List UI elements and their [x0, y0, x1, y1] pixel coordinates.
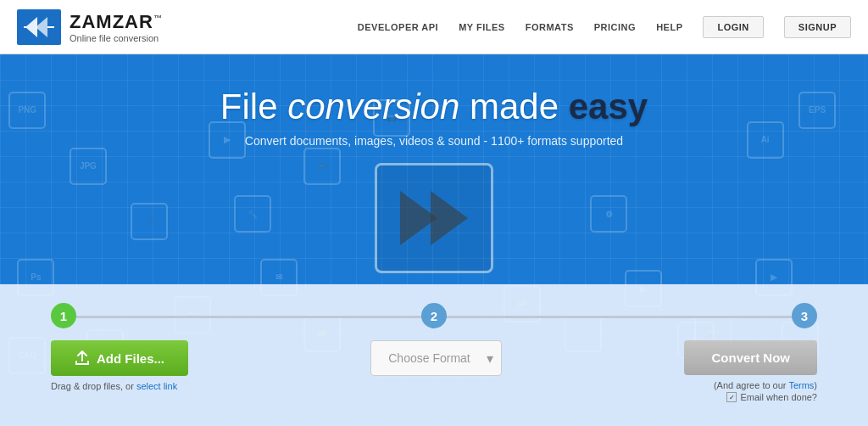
title-middle: made	[459, 87, 568, 126]
step-1-bubble: 1	[51, 303, 76, 328]
header: ZAMZAR™ Online file conversion DEVELOPER…	[0, 0, 868, 54]
email-label: Email when done?	[740, 392, 817, 402]
add-files-button[interactable]: Add Files...	[51, 340, 188, 376]
nav-pricing[interactable]: PRICING	[594, 22, 636, 32]
title-accent: conversion	[287, 87, 459, 126]
choose-format-select[interactable]: Choose Format	[370, 340, 502, 376]
nav-developer-api[interactable]: DEVELOPER API	[358, 22, 438, 32]
email-checkbox[interactable]: ✓	[726, 392, 737, 402]
nav-help[interactable]: HELP	[656, 22, 682, 32]
hero-title: File conversion made easy	[220, 87, 648, 127]
logo-text: ZAMZAR™ Online file conversion	[70, 11, 163, 43]
terms-link[interactable]: Terms	[788, 380, 814, 390]
title-bold: easy	[569, 87, 648, 126]
choose-format-wrapper: Choose Format	[370, 340, 502, 376]
logo-icon	[17, 9, 61, 45]
hero-content: File conversion made easy Convert docume…	[0, 54, 868, 292]
select-link[interactable]: select link	[136, 381, 177, 391]
main-nav: DEVELOPER API MY FILES FORMATS PRICING H…	[358, 16, 851, 38]
terms-hint: (And agree to our Terms)	[714, 380, 817, 390]
logo-name: ZAMZAR™	[70, 11, 163, 33]
steps-progress-row: 1 2 3	[51, 303, 817, 328]
convert-now-button[interactable]: Convert Now	[684, 340, 817, 375]
step-3-control: Convert Now (And agree to our Terms) ✓ E…	[684, 340, 817, 402]
play-arrows	[400, 191, 468, 245]
play-icon-box	[375, 163, 493, 273]
email-hint: ✓ Email when done?	[726, 392, 817, 402]
nav-formats[interactable]: FORMATS	[526, 22, 574, 32]
agree-text: (And agree to our	[714, 380, 788, 390]
title-plain: File	[220, 87, 287, 126]
logo-tm: ™	[153, 13, 163, 22]
drag-hint: Drag & drop files, or select link	[51, 381, 177, 391]
svg-marker-0	[25, 17, 37, 37]
steps-section: 1 2 3 Add Files...	[0, 284, 868, 426]
add-files-label: Add Files...	[97, 351, 164, 366]
signup-button[interactable]: SIGNUP	[784, 16, 851, 38]
step-2-control: Choose Format	[370, 340, 502, 376]
hero-subtitle: Convert documents, images, videos & soun…	[245, 134, 623, 148]
svg-marker-1	[36, 17, 47, 37]
hero-section: PNGJPGPsCAD▶🎵▶📷✉🔧📁🎮📷⚙▶🎵📂📷AiEPS▶🎵🔍 File c…	[0, 54, 868, 426]
step-3-number: 3	[801, 309, 808, 323]
agree-end: )	[814, 380, 817, 390]
logo: ZAMZAR™ Online file conversion	[17, 9, 163, 45]
arrow-2	[431, 191, 468, 245]
step-2-bubble: 2	[421, 303, 447, 328]
step-2-number: 2	[431, 309, 437, 323]
nav-my-files[interactable]: MY FILES	[459, 22, 505, 32]
step-1-control: Add Files... Drag & drop files, or selec…	[51, 340, 188, 391]
step-3-bubble: 3	[792, 303, 817, 328]
logo-tagline: Online file conversion	[70, 33, 163, 43]
login-button[interactable]: LOGIN	[703, 16, 763, 38]
step-1-number: 1	[60, 309, 67, 323]
logo-name-text: ZAMZAR	[70, 11, 153, 32]
upload-icon	[75, 350, 90, 366]
drag-hint-text: Drag & drop files, or	[51, 381, 136, 391]
